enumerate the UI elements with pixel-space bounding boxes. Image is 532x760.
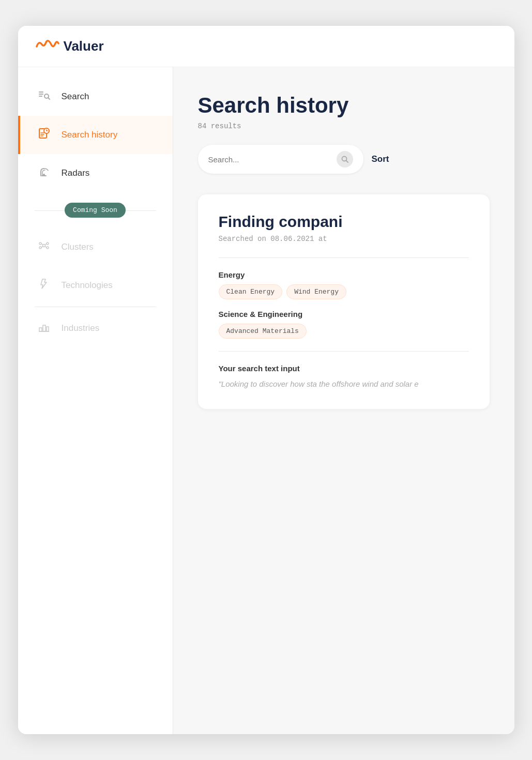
text-input-title: Your search text input (219, 364, 469, 373)
sidebar-item-industries: Industries (18, 309, 173, 347)
svg-point-14 (42, 245, 45, 247)
sidebar-item-search[interactable]: Search (18, 78, 173, 116)
tag-clean-energy: Clean Energy (219, 284, 283, 299)
search-history-icon (37, 127, 51, 143)
text-input-quote: "Looking to discover how sta the offshor… (219, 378, 469, 390)
svg-rect-25 (47, 327, 49, 331)
search-card: Finding compani Searched on 08.06.2021 a… (198, 194, 490, 409)
radars-icon (37, 165, 51, 181)
sidebar: Search Search history (18, 67, 173, 734)
sort-button[interactable]: Sort (372, 154, 389, 164)
svg-point-15 (39, 242, 41, 245)
clusters-icon (37, 239, 51, 255)
logo-wave (35, 36, 59, 56)
sidebar-divider (35, 307, 156, 307)
sidebar-item-search-history-label: Search history (62, 130, 118, 140)
search-input-wrapper[interactable] (198, 145, 363, 174)
main-content: Search history 84 results Sort Fi (173, 67, 514, 734)
card-main-title: Finding compani (219, 213, 469, 231)
card-divider-top (219, 257, 469, 258)
svg-rect-24 (43, 325, 45, 331)
search-input[interactable] (208, 155, 331, 164)
svg-rect-23 (39, 328, 42, 331)
svg-point-17 (39, 247, 41, 249)
svg-line-28 (346, 161, 348, 163)
svg-line-4 (48, 98, 50, 99)
sidebar-item-radars-label: Radars (62, 168, 90, 178)
header: Valuer (18, 26, 514, 67)
tag-advanced-materials: Advanced Materials (219, 324, 307, 339)
science-tags-row: Advanced Materials (219, 324, 469, 339)
search-list-icon (37, 89, 51, 104)
category-energy-title: Energy (219, 270, 469, 279)
coming-soon-badge: Coming Soon (65, 203, 126, 218)
sidebar-item-industries-label: Industries (62, 323, 100, 333)
svg-line-21 (41, 246, 43, 248)
search-bar: Sort (198, 145, 490, 174)
sidebar-item-clusters: Clusters (18, 228, 173, 266)
technologies-icon (37, 278, 51, 293)
card-divider-bottom (219, 351, 469, 352)
sidebar-item-technologies-label: Technologies (62, 280, 113, 291)
sidebar-item-search-label: Search (62, 92, 89, 102)
sidebar-item-search-history[interactable]: Search history (18, 116, 173, 154)
search-circle-icon (337, 151, 353, 168)
card-subtitle: Searched on 08.06.2021 at (219, 235, 469, 243)
sidebar-item-clusters-label: Clusters (62, 242, 94, 252)
sidebar-item-technologies: Technologies (18, 266, 173, 305)
energy-tags-row: Clean Energy Wind Energy (219, 284, 469, 299)
coming-soon-section: Coming Soon (18, 192, 173, 228)
svg-line-20 (45, 244, 47, 245)
main-layout: Search Search history (18, 67, 514, 734)
logo-text: Valuer (64, 38, 104, 54)
svg-line-19 (41, 244, 43, 245)
text-input-section: Your search text input "Looking to disco… (219, 364, 469, 390)
logo: Valuer (35, 36, 104, 56)
industries-icon (37, 321, 51, 336)
category-science-title: Science & Engineering (219, 310, 469, 318)
svg-line-22 (45, 246, 47, 248)
app-container: Valuer Search (18, 26, 514, 734)
svg-point-18 (47, 247, 49, 249)
tag-wind-energy: Wind Energy (286, 284, 346, 299)
sidebar-item-radars[interactable]: Radars (18, 154, 173, 192)
category-science-engineering: Science & Engineering Advanced Materials (219, 310, 469, 339)
svg-point-16 (47, 242, 49, 245)
category-energy: Energy Clean Energy Wind Energy (219, 270, 469, 299)
page-title: Search history (198, 93, 490, 118)
results-count: 84 results (198, 122, 490, 130)
